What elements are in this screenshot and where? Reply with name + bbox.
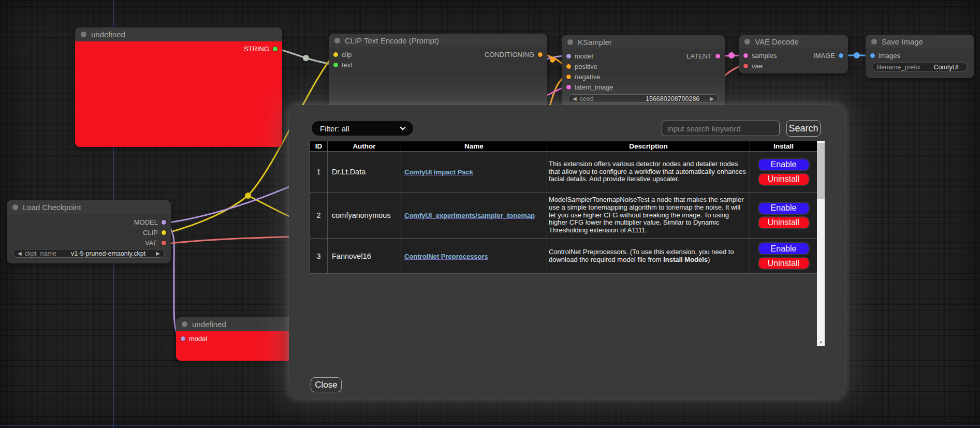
extension-author: Dr.Lt.Data: [328, 152, 401, 193]
port-label: negative: [575, 73, 600, 81]
search-button[interactable]: Search: [786, 120, 821, 137]
conditioning-output-port[interactable]: [538, 52, 543, 57]
uninstall-button[interactable]: Uninstall: [758, 216, 810, 229]
image-output-port[interactable]: [839, 53, 843, 58]
decrement-arrow-icon[interactable]: ◀: [18, 250, 22, 256]
negative-input-port[interactable]: [566, 75, 571, 79]
node-title: KSampler: [578, 38, 612, 47]
increment-arrow-icon[interactable]: ▶: [710, 96, 714, 101]
filename-prefix-widget[interactable]: filename_prefix ComfyUI: [872, 63, 968, 71]
enable-button[interactable]: Enable: [758, 242, 810, 255]
widget-value: 156680208700286: [646, 95, 699, 102]
table-row: 3 Fannovel16 ControlNet Preprocessors Co…: [310, 239, 817, 274]
node-status-dot: [334, 38, 340, 43]
widget-label: seed: [580, 95, 594, 102]
scrollbar-thumb[interactable]: [817, 143, 825, 199]
reroute-dot-conditioning-wire[interactable]: [550, 57, 555, 63]
model-output-port[interactable]: [162, 220, 166, 225]
filter-select[interactable]: Filter: all: [312, 121, 413, 136]
reroute-dot-image-wire[interactable]: [854, 52, 860, 58]
filter-select-value: Filter: all: [320, 124, 349, 133]
seed-widget[interactable]: ◀ seed 156680208700286 ▶: [568, 94, 719, 103]
reroute-dot-string-wire[interactable]: [303, 55, 309, 61]
node-status-dot: [81, 32, 86, 37]
ckpt-name-widget[interactable]: ◀ ckpt_name v1-5-pruned-emaonly.ckpt ▶: [13, 249, 165, 258]
port-label: latent_image: [575, 83, 613, 91]
node-load-checkpoint[interactable]: Load Checkpoint MODEL CLIP VAE ◀ ckpt_na…: [7, 200, 171, 263]
images-input-port[interactable]: [870, 53, 875, 58]
node-status-dot: [744, 39, 750, 45]
uninstall-button[interactable]: Uninstall: [758, 257, 810, 270]
extension-name-link[interactable]: ComfyUI Impact Pack: [404, 168, 473, 176]
clip-output-port[interactable]: [162, 230, 166, 235]
enable-button[interactable]: Enable: [758, 158, 810, 171]
port-label: model: [189, 335, 207, 343]
widget-label: ckpt_name: [25, 250, 56, 257]
node-title: CLIP Text Encode (Prompt): [345, 36, 439, 45]
table-row: 1 Dr.Lt.Data ComfyUI Impact Pack This ex…: [310, 152, 817, 193]
reroute-dot-latent-wire[interactable]: [728, 52, 735, 58]
reroute-dot-clip-wire[interactable]: [245, 193, 251, 199]
port-label: MODEL: [134, 218, 158, 226]
extension-id: 2: [310, 193, 328, 239]
decrement-arrow-icon[interactable]: ◀: [573, 96, 577, 101]
samples-input-port[interactable]: [743, 53, 748, 58]
extension-author: comfyanonymous: [328, 193, 401, 239]
model-input-port[interactable]: [566, 54, 571, 58]
model-input-port[interactable]: [181, 336, 185, 341]
port-label: vae: [752, 62, 763, 70]
column-header: ID: [310, 141, 328, 152]
vae-input-port[interactable]: [743, 64, 748, 68]
node-undefined-top[interactable]: undefined STRING: [75, 27, 282, 147]
node-title: Load Checkpoint: [23, 203, 81, 212]
port-label: LATENT: [686, 52, 712, 60]
extension-id: 3: [310, 239, 328, 274]
port-label: VAE: [145, 239, 158, 247]
widget-label: filename_prefix: [876, 64, 920, 71]
text-input-port[interactable]: [333, 63, 338, 67]
vae-output-port[interactable]: [162, 241, 166, 245]
port-label: model: [575, 52, 593, 60]
port-label: images: [879, 52, 900, 60]
extension-description: This extension offers various detector n…: [547, 152, 750, 193]
latent-output-port[interactable]: [715, 54, 720, 58]
port-label: STRING: [244, 45, 269, 53]
scrollbar-down-button[interactable]: ▼: [817, 338, 825, 346]
node-save-image[interactable]: Save Image images filename_prefix ComfyU…: [866, 35, 974, 78]
extension-description: ModelSamplerTonemapNoiseTest a node that…: [547, 193, 750, 239]
table-header-row: ID Author Name Description Install: [310, 141, 817, 152]
node-vae-decode[interactable]: VAE Decode samples IMAGE vae: [739, 35, 848, 73]
table-row: 2 comfyanonymous ComfyUI_experiments/sam…: [310, 193, 817, 239]
widget-value: ComfyUI: [933, 64, 959, 71]
node-status-dot: [871, 39, 877, 45]
extension-description: ControlNet Preprocessors. (To use this e…: [547, 239, 750, 274]
search-input[interactable]: [662, 121, 780, 136]
increment-arrow-icon[interactable]: ▶: [156, 250, 160, 256]
column-header: Install: [750, 141, 817, 152]
node-title: Save Image: [882, 37, 923, 46]
positive-input-port[interactable]: [566, 64, 571, 69]
port-label: CONDITIONING: [485, 51, 534, 58]
node-title: undefined: [192, 320, 226, 329]
port-label: IMAGE: [813, 52, 835, 60]
node-status-dot: [12, 204, 18, 210]
enable-button[interactable]: Enable: [758, 202, 810, 215]
node-title: undefined: [91, 30, 125, 39]
extension-name-link[interactable]: ComfyUI_experiments/sampler_tonemap: [404, 212, 535, 219]
column-header: Author: [328, 141, 401, 152]
latent-image-input-port[interactable]: [566, 85, 571, 90]
column-header: Name: [401, 141, 547, 152]
node-status-dot: [182, 321, 187, 327]
port-label: positive: [575, 63, 597, 70]
close-button[interactable]: Close: [311, 377, 342, 392]
extension-manager-dialog: Filter: all Search ID Author Name Descri…: [289, 105, 845, 399]
string-output-port[interactable]: [273, 47, 277, 51]
node-title: VAE Decode: [755, 37, 799, 46]
uninstall-button[interactable]: Uninstall: [758, 173, 810, 186]
column-header: Description: [547, 141, 750, 152]
extension-author: Fannovel16: [328, 239, 401, 274]
clip-input-port[interactable]: [333, 52, 338, 57]
node-status-dot: [567, 39, 573, 45]
extension-name-link[interactable]: ControlNet Preprocessors: [404, 253, 488, 260]
port-label: clip: [342, 51, 352, 58]
